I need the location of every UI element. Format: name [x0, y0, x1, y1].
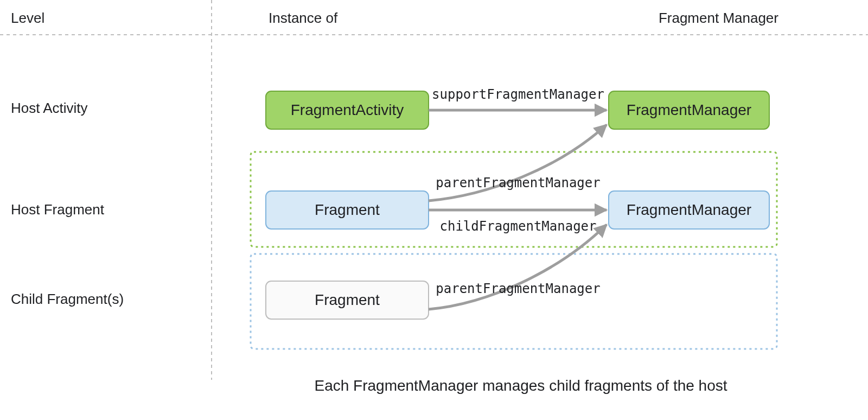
node-fragmentmanager-fragment-label: FragmentManager	[627, 201, 751, 218]
level-host-activity: Host Activity	[11, 100, 88, 116]
header-instance: Instance of	[269, 10, 338, 26]
node-fragment-activity-label: FragmentActivity	[291, 101, 404, 118]
node-host-fragment-label: Fragment	[315, 201, 380, 218]
node-host-fragment: Fragment	[266, 191, 429, 229]
fragment-manager-diagram: Level Instance of Fragment Manager Host …	[0, 0, 868, 420]
node-fragmentmanager-activity: FragmentManager	[609, 91, 769, 129]
edge-child-fm-label: childFragmentManager	[440, 219, 597, 234]
arrow-parent-fm-child	[429, 225, 607, 309]
level-host-fragment: Host Fragment	[11, 201, 105, 218]
header-manager: Fragment Manager	[659, 10, 778, 26]
level-child-fragment: Child Fragment(s)	[11, 291, 124, 307]
node-fragment-activity: FragmentActivity	[266, 91, 429, 129]
node-fragmentmanager-activity-label: FragmentManager	[627, 101, 751, 118]
edge-parent-fm-child-label: parentFragmentManager	[436, 281, 600, 296]
node-child-fragment: Fragment	[266, 281, 429, 319]
node-child-fragment-label: Fragment	[315, 291, 380, 308]
node-fragmentmanager-fragment: FragmentManager	[609, 191, 769, 229]
header-level: Level	[11, 10, 44, 26]
caption: Each FragmentManager manages child fragm…	[314, 377, 727, 394]
edge-parent-fm-host-label: parentFragmentManager	[436, 175, 600, 190]
edge-support-fm-label: supportFragmentManager	[432, 87, 604, 102]
